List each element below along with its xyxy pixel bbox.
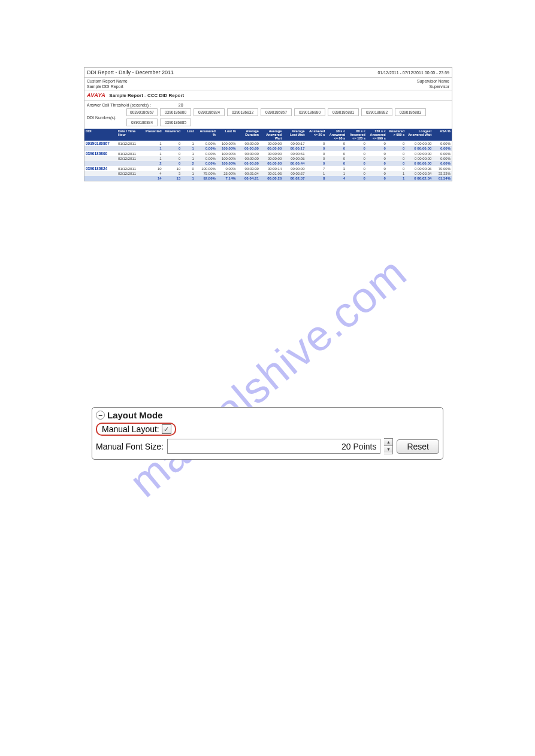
table-cell: 00:02:57 xyxy=(283,171,306,176)
table-cell: 00:00:00 xyxy=(237,151,260,156)
ddi-number-box: 0390186880 xyxy=(294,108,325,116)
table-cell: 00:00:00 xyxy=(260,161,283,166)
table-row: 02/12/20111010.00%100.00%00:00:0000:00:0… xyxy=(84,156,452,161)
table-cell: 3 xyxy=(163,171,182,176)
table-cell: 0 xyxy=(387,141,406,146)
table-cell: 1 xyxy=(144,151,163,156)
table-cell: 4 xyxy=(326,176,346,181)
table-cell: 0.00% xyxy=(433,141,452,146)
table-cell: 0 xyxy=(387,166,406,171)
spinner-up-icon[interactable]: ▲ xyxy=(384,439,392,446)
table-cell: 100.00% xyxy=(217,151,237,156)
table-cell xyxy=(117,146,144,151)
table-cell: 01/12/2011 xyxy=(117,166,144,171)
table-cell: 7.14% xyxy=(217,176,237,181)
threshold-value: 20 xyxy=(179,103,183,107)
table-cell: 61.54% xyxy=(433,176,452,181)
table-cell xyxy=(84,146,117,151)
table-header-row: DDIDate / Time HourPresentedAnsweredLost… xyxy=(84,129,452,141)
custom-report-label: Custom Report Name xyxy=(87,79,128,83)
table-cell: 00:01:05 xyxy=(260,171,283,176)
ddi-number-box: 0390186883 xyxy=(395,108,426,116)
table-cell: 0 xyxy=(306,141,327,146)
table-cell: 0 xyxy=(387,161,406,166)
table-header-cell: Date / Time Hour xyxy=(117,129,144,141)
table-cell: 1 xyxy=(306,171,327,176)
ddi-number-box: 0390186824 xyxy=(194,108,225,116)
table-cell: 0 xyxy=(306,161,327,166)
table-cell: 0 00:00:00 xyxy=(406,151,433,156)
table-header-cell: Answered xyxy=(163,129,182,141)
table-cell: 0.00% xyxy=(217,166,237,171)
threshold-label: Answer Call Threshold (seconds) : xyxy=(87,103,151,107)
table-cell: 0 xyxy=(367,176,387,181)
table-header-cell: Average Duration xyxy=(237,129,260,141)
table-cell: 00:00:00 xyxy=(237,156,260,161)
manual-font-size-input[interactable]: 20 Points xyxy=(167,439,381,454)
report-date-range: 01/12/2011 - 07/12/2011 00:00 - 23:59 xyxy=(378,71,450,75)
table-cell: 0 xyxy=(346,141,367,146)
brand-title: Sample Report - CCC DID Report xyxy=(109,93,184,98)
table-cell: 0 xyxy=(346,166,367,171)
table-cell: 0 00:00:00 xyxy=(406,146,433,151)
table-cell: 00:00:00 xyxy=(237,141,260,146)
table-cell: 92.86% xyxy=(195,176,217,181)
table-cell: 0 xyxy=(163,141,182,146)
manual-layout-label: Manual Layout: xyxy=(102,424,159,434)
table-cell: 0 xyxy=(367,156,387,161)
layout-mode-header[interactable]: − Layout Mode xyxy=(96,410,439,420)
sample-report-label: Sample DDI Report xyxy=(87,84,123,89)
table-cell: 0.00% xyxy=(195,161,217,166)
table-cell: 0 xyxy=(367,166,387,171)
ddi-number-box: 0390186882 xyxy=(361,108,392,116)
table-cell: 0 00:02:34 xyxy=(406,176,433,181)
reset-button[interactable]: Reset xyxy=(397,439,439,454)
table-cell: 0.00% xyxy=(195,146,217,151)
table-cell: 0 xyxy=(326,146,346,151)
table-cell xyxy=(117,161,144,166)
table-cell: 1 xyxy=(387,176,406,181)
table-cell xyxy=(84,171,117,176)
table-header-cell: Longest Answered Wait xyxy=(406,129,433,141)
collapse-icon[interactable]: − xyxy=(96,411,105,420)
table-header-cell: Answered <= 20 s xyxy=(306,129,327,141)
table-cell: 0 xyxy=(306,151,327,156)
table-cell: 1 xyxy=(387,171,406,176)
table-cell: 0 00:00:00 xyxy=(406,156,433,161)
table-cell: 00:00:36 xyxy=(283,156,306,161)
table-cell: 00:03:39 xyxy=(237,166,260,171)
table-cell: 01/12/2011 xyxy=(117,151,144,156)
table-cell: 100.00% xyxy=(217,146,237,151)
table-cell: 2 xyxy=(182,161,195,166)
table-header-cell: Presented xyxy=(144,129,163,141)
sample-report-value: Supervisor xyxy=(430,84,449,89)
table-cell xyxy=(84,161,117,166)
table-cell: 0 00:00:00 xyxy=(406,161,433,166)
table-cell: 100.00% xyxy=(217,156,237,161)
table-cell: 0.00% xyxy=(433,156,452,161)
table-cell: 0 xyxy=(163,146,182,151)
table-cell: 1 xyxy=(326,171,346,176)
layout-mode-title: Layout Mode xyxy=(107,410,163,420)
manual-layout-checkbox[interactable]: ✓ xyxy=(162,424,171,434)
brand-row: AVAYA Sample Report - CCC DID Report xyxy=(84,90,452,101)
table-cell: 02/12/2011 xyxy=(117,171,144,176)
table-header-cell: Answered % xyxy=(195,129,217,141)
table-cell: 0 xyxy=(163,156,182,161)
spinner-down-icon[interactable]: ▼ xyxy=(384,446,392,453)
ddi-number-box: 0390186881 xyxy=(328,108,359,116)
table-cell: 8 xyxy=(306,176,327,181)
table-cell: 1 xyxy=(182,176,195,181)
table-cell: 00:00:26 xyxy=(260,176,283,181)
brand-logo: AVAYA xyxy=(87,92,105,98)
table-cell: 0 xyxy=(367,141,387,146)
table-cell: 0 xyxy=(306,146,327,151)
table-cell: 10 xyxy=(163,166,182,171)
table-cell: 0.00% xyxy=(433,146,452,151)
table-cell: 0.00% xyxy=(195,156,217,161)
table-cell: 0 xyxy=(326,161,346,166)
ddi-number-list: 0039018686703901868000390186824039018683… xyxy=(126,108,449,126)
table-cell: 10 xyxy=(144,166,163,171)
report-title: DDI Report - Daily - December 2011 xyxy=(87,69,174,75)
font-size-spinner[interactable]: ▲ ▼ xyxy=(384,438,393,454)
